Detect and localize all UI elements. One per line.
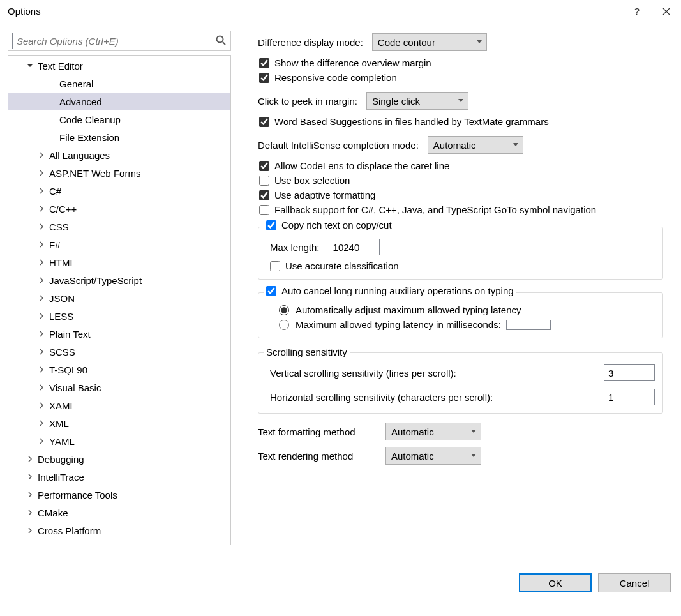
tree-item-scss[interactable]: SCSS <box>8 343 230 361</box>
expand-closed-icon <box>47 114 57 124</box>
close-icon <box>662 8 670 15</box>
tree-item-advanced[interactable]: Advanced <box>8 93 230 110</box>
tree-item-f-[interactable]: F# <box>8 236 230 253</box>
close-button[interactable] <box>652 0 681 23</box>
maxlen-input[interactable] <box>329 239 380 255</box>
expand-closed-icon[interactable] <box>25 507 35 518</box>
tree-item-debugging[interactable]: Debugging <box>8 450 230 468</box>
cancel-button[interactable]: Cancel <box>598 573 671 592</box>
expand-closed-icon[interactable] <box>36 222 47 232</box>
expand-closed-icon[interactable] <box>36 204 47 214</box>
group-scroll: Scrolling sensitivity Vertical scrolling… <box>258 352 663 414</box>
expand-closed-icon[interactable] <box>36 364 47 375</box>
chk-wordbased[interactable] <box>259 117 269 127</box>
latency-input[interactable] <box>506 320 551 330</box>
left-panel: Text EditorGeneralAdvancedCode CleanupFi… <box>8 31 231 545</box>
radio-auto-latency[interactable] <box>279 305 289 315</box>
expand-closed-icon[interactable] <box>36 400 47 410</box>
peek-select[interactable]: Single click <box>366 92 468 110</box>
tree-item-asp-net-web-forms[interactable]: ASP.NET Web Forms <box>8 164 230 182</box>
expand-closed-icon[interactable] <box>25 454 35 464</box>
tree-item-visual-basic[interactable]: Visual Basic <box>8 379 230 396</box>
tree-item-css[interactable]: CSS <box>8 218 230 236</box>
window-title: Options <box>8 6 622 17</box>
expand-closed-icon[interactable] <box>36 186 47 196</box>
group-auto-cancel: Auto cancel long running auxiliary opera… <box>258 292 663 338</box>
svg-point-0 <box>217 36 223 43</box>
diffmode-label: Difference display mode: <box>258 37 363 48</box>
tree-item-yaml[interactable]: YAML <box>8 432 230 450</box>
chk-codelens[interactable] <box>259 161 269 171</box>
expand-closed-icon[interactable] <box>36 293 47 303</box>
group-copy-rich: Copy rich text on copy/cut Max length: U… <box>258 227 663 280</box>
chk-box[interactable] <box>259 176 269 186</box>
fmt-select[interactable]: Automatic <box>385 423 481 440</box>
tree-item-intellitrace[interactable]: IntelliTrace <box>8 468 230 486</box>
expand-open-icon[interactable] <box>25 61 35 71</box>
tree-item-code-cleanup[interactable]: Code Cleanup <box>8 110 230 128</box>
tree-text-editor[interactable]: Text Editor <box>8 57 230 75</box>
help-button[interactable]: ? <box>622 0 652 23</box>
expand-closed-icon[interactable] <box>36 329 47 339</box>
chk-auto-cancel[interactable] <box>266 286 276 296</box>
chk-copy-rich[interactable] <box>266 220 276 230</box>
tree-item-cmake[interactable]: CMake <box>8 504 230 522</box>
expand-closed-icon[interactable] <box>36 150 47 160</box>
expand-closed-icon[interactable] <box>25 472 35 482</box>
tree-item-cross-platform[interactable]: Cross Platform <box>8 522 230 539</box>
radio-manual-latency[interactable] <box>279 320 289 330</box>
settings-panel: Difference display mode: Code contour Sh… <box>239 31 673 545</box>
tree-item-javascript-typescript[interactable]: JavaScript/TypeScript <box>8 271 230 289</box>
tree-item-all-languages[interactable]: All Languages <box>8 146 230 164</box>
tree-item-performance-tools[interactable]: Performance Tools <box>8 486 230 504</box>
tree-item-plain-text[interactable]: Plain Text <box>8 325 230 343</box>
expand-closed-icon[interactable] <box>36 382 47 393</box>
expand-closed-icon[interactable] <box>36 436 47 446</box>
tree-item-less[interactable]: LESS <box>8 307 230 325</box>
maxlen-label: Max length: <box>270 242 320 253</box>
chk-responsive[interactable] <box>259 73 269 83</box>
chk-overview[interactable] <box>259 58 269 68</box>
tree-item-general[interactable]: General <box>8 75 230 93</box>
ok-button[interactable]: OK <box>519 573 592 592</box>
chk-accurate[interactable] <box>270 261 280 271</box>
expand-closed-icon <box>47 96 57 107</box>
expand-closed-icon[interactable] <box>36 275 47 285</box>
hscroll-input[interactable] <box>604 389 655 405</box>
hscroll-label: Horizontal scrolling sensitivity (charac… <box>270 392 493 403</box>
tree-item-html[interactable]: HTML <box>8 253 230 271</box>
expand-closed-icon[interactable] <box>36 347 47 357</box>
expand-closed-icon[interactable] <box>36 311 47 321</box>
peek-label: Click to peek in margin: <box>258 96 357 107</box>
expand-closed-icon[interactable] <box>36 168 47 178</box>
render-select[interactable]: Automatic <box>385 447 481 465</box>
chk-fallback[interactable] <box>259 205 269 215</box>
dialog-footer: OK Cancel <box>0 573 681 592</box>
tree-item-xaml[interactable]: XAML <box>8 396 230 414</box>
expand-closed-icon <box>47 79 57 89</box>
expand-closed-icon[interactable] <box>36 257 47 267</box>
tree-item-t-sql90[interactable]: T-SQL90 <box>8 361 230 379</box>
intelli-label: Default IntelliSense completion mode: <box>258 140 419 151</box>
expand-closed-icon[interactable] <box>36 239 47 250</box>
intelli-select[interactable]: Automatic <box>428 136 523 154</box>
vscroll-input[interactable] <box>604 364 655 381</box>
vscroll-label: Vertical scrolling sensitivity (lines pe… <box>270 368 456 379</box>
tree-item-file-extension[interactable]: File Extension <box>8 128 230 146</box>
nav-tree[interactable]: Text EditorGeneralAdvancedCode CleanupFi… <box>8 55 231 545</box>
expand-closed-icon[interactable] <box>36 418 47 428</box>
fmt-label: Text formatting method <box>258 426 385 437</box>
chk-adaptive[interactable] <box>259 190 269 200</box>
tree-item-c-c-[interactable]: C/C++ <box>8 200 230 218</box>
expand-closed-icon <box>47 132 57 142</box>
search-box[interactable] <box>8 31 231 51</box>
expand-closed-icon[interactable] <box>25 490 35 500</box>
diffmode-select[interactable]: Code contour <box>372 33 487 51</box>
tree-item-json[interactable]: JSON <box>8 289 230 307</box>
tree-item-c-[interactable]: C# <box>8 182 230 200</box>
render-label: Text rendering method <box>258 451 385 462</box>
search-icon <box>215 34 227 48</box>
search-input[interactable] <box>12 33 211 49</box>
tree-item-xml[interactable]: XML <box>8 414 230 432</box>
expand-closed-icon[interactable] <box>25 525 35 536</box>
